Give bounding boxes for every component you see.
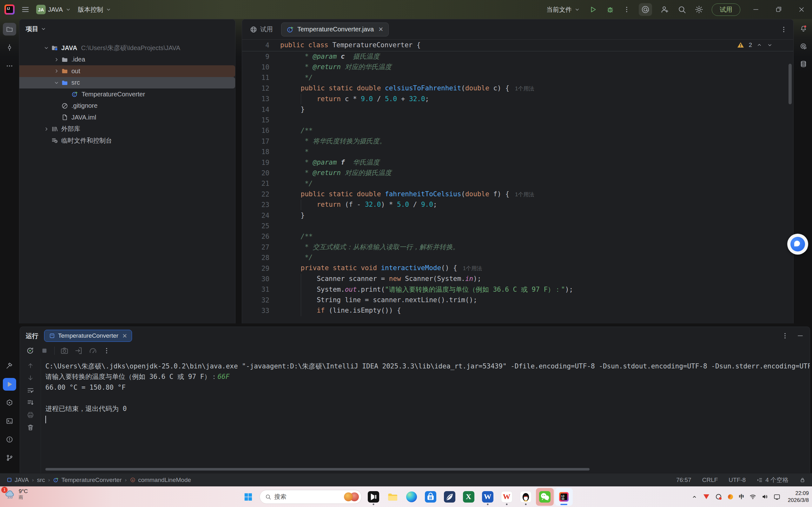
code-line-14[interactable]: 14 }	[242, 104, 793, 115]
terminal-tool-button[interactable]	[3, 415, 16, 428]
build-tool-button[interactable]	[3, 359, 16, 372]
run-button[interactable]	[589, 5, 598, 14]
code-line-20[interactable]: 20 * @return 对应的摄氏温度	[242, 168, 793, 178]
code-line-33[interactable]: 33 if (line.isEmpty()) {	[242, 305, 793, 316]
clear-console-icon[interactable]	[27, 424, 34, 431]
stop-button[interactable]	[40, 346, 49, 355]
taskbar-app-explorer[interactable]	[384, 488, 401, 506]
code-line-10[interactable]: 10 * @return 对应的华氏温度	[242, 62, 793, 72]
run-tool-button[interactable]	[3, 378, 16, 391]
thread-dump-icon[interactable]	[74, 346, 83, 355]
tray-ime-icon[interactable]: 中	[739, 493, 745, 500]
profiler-icon[interactable]	[89, 346, 97, 355]
usages-inlay-hint[interactable]: 1个用法	[515, 191, 534, 198]
services-tool-button[interactable]	[3, 396, 16, 409]
run-panel-options-icon[interactable]	[781, 332, 789, 340]
settings-gear-icon[interactable]	[695, 5, 704, 14]
tree-item-out[interactable]: out	[19, 65, 235, 77]
chevron-right-icon[interactable]	[42, 125, 50, 133]
code-line-31[interactable]: 31 System.out.print("请输入要转换的温度与单位（例如 36.…	[242, 284, 793, 295]
code-line-9[interactable]: 9 * @param c 摄氏温度	[242, 51, 793, 62]
tray-chev-up-icon[interactable]	[691, 493, 698, 500]
code-line-28[interactable]: 28 */	[242, 252, 793, 263]
tree-item--idea[interactable]: .idea	[19, 54, 235, 66]
prev-occurrence-icon[interactable]	[27, 362, 34, 370]
project-tool-button[interactable]	[3, 23, 16, 36]
code-line-23[interactable]: 23 return (f - 32.0) * 5.0 / 9.0;	[242, 200, 793, 210]
usages-inlay-hint[interactable]: 1个用法	[515, 86, 534, 92]
tree-item-temperatureconverter[interactable]: CTemperatureConverter	[19, 89, 235, 100]
next-occurrence-icon[interactable]	[27, 374, 34, 382]
indent-widget[interactable]: 4 个空格	[757, 476, 789, 484]
code-line-24[interactable]: 24 }	[242, 210, 793, 221]
window-restore-button[interactable]	[771, 3, 786, 16]
code-line-22[interactable]: 22 public static double fahrenheitToCels…	[242, 189, 793, 200]
code-line-17[interactable]: 17 * 将华氏度转换为摄氏度。	[242, 136, 793, 147]
run-tab-temperatureconverter[interactable]: TemperatureConverter ✕	[44, 330, 132, 342]
chevron-right-icon[interactable]	[52, 56, 61, 63]
breadcrumb-item-java[interactable]: JAVA	[6, 476, 29, 484]
code-line-13[interactable]: 13 return c * 9.0 / 5.0 + 32.0;	[242, 94, 793, 104]
run-more-icon[interactable]	[103, 347, 110, 354]
problems-tool-button[interactable]	[3, 433, 16, 446]
chevron-down-icon[interactable]	[52, 79, 61, 87]
tree-item--gitignore[interactable]: .gitignore	[19, 100, 235, 112]
code-line-15[interactable]: 15	[242, 115, 793, 125]
code-line-27[interactable]: 27 * 交互式模式：从标准输入读取一行，解析并转换。	[242, 242, 793, 252]
caret-position[interactable]: 76:57	[676, 476, 692, 484]
commit-tool-button[interactable]	[3, 41, 16, 54]
taskbar-clock[interactable]: 22:092026/3/8	[788, 490, 809, 504]
database-tool-button[interactable]	[797, 58, 810, 70]
code-line-29[interactable]: 29 private static void interactiveMode()…	[242, 263, 793, 274]
tree-item--[interactable]: 外部库	[19, 123, 235, 135]
ai-assistant-button[interactable]	[639, 3, 652, 16]
tray-tray-cam-icon[interactable]	[715, 493, 722, 500]
taskbar-app-wps[interactable]: W	[498, 488, 516, 506]
taskbar-app-store[interactable]	[422, 488, 440, 506]
scroll-to-end-icon[interactable]	[27, 399, 34, 406]
code-line-32[interactable]: 32 String line = scanner.nextLine().trim…	[242, 295, 793, 305]
project-widget[interactable]: JA JAVA	[36, 5, 71, 14]
taskbar-search-input[interactable]: 搜索	[260, 490, 362, 504]
usages-inlay-hint[interactable]: 1个用法	[463, 265, 482, 271]
weather-widget[interactable]: 1 9°C 雨	[4, 488, 28, 500]
tray-wifi-icon[interactable]	[749, 493, 757, 500]
editor-options-icon[interactable]	[780, 26, 788, 33]
breadcrumb-item-src[interactable]: src	[37, 476, 45, 484]
tab-close-icon[interactable]: ✕	[378, 26, 383, 33]
readonly-lock-icon[interactable]	[799, 477, 806, 483]
more-tools-button[interactable]	[3, 60, 16, 72]
taskbar-app-word[interactable]: W	[479, 488, 497, 506]
search-highlights-icon[interactable]	[344, 493, 359, 501]
code-line-30[interactable]: 30 Scanner scanner = new Scanner(System.…	[242, 274, 793, 284]
code-line-26[interactable]: 26 /**	[242, 231, 793, 242]
code-with-me-icon[interactable]	[660, 5, 669, 14]
memory-snapshot-icon[interactable]	[60, 346, 69, 355]
inspections-widget[interactable]: 2	[737, 41, 773, 49]
window-minimize-button[interactable]	[749, 3, 763, 16]
file-encoding[interactable]: UTF-8	[728, 476, 746, 484]
tree-item-java-iml[interactable]: JAVA.iml	[19, 112, 235, 123]
tray-tablet-icon[interactable]	[773, 493, 780, 500]
taskbar-app-capcut[interactable]	[365, 488, 383, 506]
ai-chat-tool-button[interactable]	[797, 40, 810, 53]
taskbar-app-writer[interactable]	[441, 488, 459, 506]
code-line-11[interactable]: 11 */	[242, 73, 793, 83]
more-actions-icon[interactable]	[623, 6, 630, 13]
breadcrumb-item-temperatureconverter[interactable]: CTemperatureConverter	[53, 476, 121, 484]
prev-problem-icon[interactable]	[756, 42, 762, 48]
code-line-16[interactable]: 16 /**	[242, 125, 793, 136]
run-panel-hide-icon[interactable]	[797, 332, 804, 340]
main-menu-icon[interactable]	[21, 5, 30, 14]
taskbar-app-wechat[interactable]	[536, 488, 554, 506]
chevron-right-icon[interactable]	[52, 67, 61, 75]
taskbar-app-qq[interactable]	[517, 488, 535, 506]
taskbar-app-idea[interactable]: IJ	[555, 488, 573, 506]
console-hscrollbar[interactable]	[45, 468, 590, 470]
notifications-bell-icon[interactable]	[797, 22, 810, 35]
next-problem-icon[interactable]	[767, 42, 773, 48]
line-separator[interactable]: CRLF	[702, 476, 718, 484]
code-line-19[interactable]: 19 * @param f 华氏温度	[242, 157, 793, 168]
taskbar-app-excel[interactable]: X	[460, 488, 477, 506]
console-output[interactable]: C:\Users\朱彦硕\.jdks\openjdk-25.0.2\bin\ja…	[41, 358, 810, 473]
